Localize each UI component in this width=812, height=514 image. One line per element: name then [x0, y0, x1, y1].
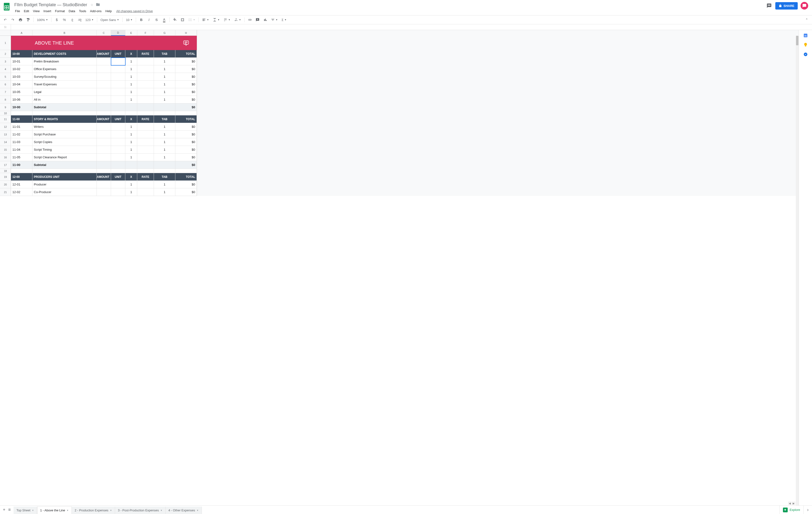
- cell[interactable]: TOTAL: [175, 115, 197, 123]
- user-avatar[interactable]: [801, 2, 808, 9]
- cell[interactable]: 10-00: [11, 50, 32, 58]
- cell[interactable]: $0: [175, 123, 197, 131]
- cell[interactable]: 1: [125, 181, 137, 188]
- cell[interactable]: 1: [154, 65, 175, 73]
- row-header[interactable]: 21: [0, 188, 11, 196]
- sheets-logo[interactable]: [2, 2, 11, 11]
- cell[interactable]: RATE: [137, 50, 154, 58]
- row-header[interactable]: 1: [0, 36, 11, 50]
- row-header[interactable]: 8: [0, 96, 11, 104]
- cell[interactable]: 10-04: [11, 81, 32, 88]
- comments-icon[interactable]: [766, 2, 773, 9]
- print-icon[interactable]: [17, 17, 24, 23]
- cell[interactable]: Survey/Scouting: [32, 73, 97, 81]
- cell[interactable]: $0: [175, 154, 197, 161]
- menu-help[interactable]: Help: [104, 8, 113, 14]
- cell[interactable]: DEVELOPMENT COSTS: [32, 50, 97, 58]
- cell[interactable]: 1: [154, 88, 175, 96]
- cell[interactable]: 10-03: [11, 73, 32, 81]
- cell[interactable]: 12-01: [11, 181, 32, 188]
- cell-comment-icon[interactable]: [175, 36, 197, 50]
- zoom-dropdown[interactable]: 100%▼: [35, 17, 49, 23]
- cell[interactable]: [111, 146, 125, 154]
- cell[interactable]: [111, 81, 125, 88]
- cell[interactable]: 11-05: [11, 154, 32, 161]
- row-header[interactable]: 12: [0, 123, 11, 131]
- cell[interactable]: [125, 36, 137, 50]
- menu-tools[interactable]: Tools: [77, 8, 88, 14]
- cell[interactable]: [137, 111, 154, 115]
- cell[interactable]: 1: [125, 138, 137, 146]
- cell[interactable]: [11, 36, 32, 50]
- redo-icon[interactable]: ↷: [9, 17, 16, 23]
- cell[interactable]: All in: [32, 96, 97, 104]
- cell[interactable]: [111, 36, 125, 50]
- cell[interactable]: [111, 123, 125, 131]
- cell[interactable]: Travel Expenses: [32, 81, 97, 88]
- cell[interactable]: [97, 36, 111, 50]
- cell[interactable]: 10-05: [11, 88, 32, 96]
- cell[interactable]: Subtotal: [32, 161, 97, 169]
- cell[interactable]: Writers: [32, 123, 97, 131]
- cell[interactable]: Office Expenses: [32, 65, 97, 73]
- cell[interactable]: $0: [175, 188, 197, 196]
- cell[interactable]: Script Purchase: [32, 131, 97, 138]
- cell[interactable]: Subtotal: [32, 104, 97, 111]
- cell[interactable]: 11-00: [11, 115, 32, 123]
- cell[interactable]: [97, 146, 111, 154]
- cell[interactable]: X: [125, 50, 137, 58]
- expand-side-panel-icon[interactable]: ›: [804, 506, 812, 514]
- cell[interactable]: [111, 88, 125, 96]
- column-header-c[interactable]: C: [97, 30, 111, 36]
- cell[interactable]: [137, 73, 154, 81]
- insert-link-icon[interactable]: [246, 17, 253, 23]
- cell[interactable]: 1: [125, 81, 137, 88]
- cell[interactable]: [11, 111, 32, 115]
- cell[interactable]: Script Timing: [32, 146, 97, 154]
- cell[interactable]: UNIT: [111, 173, 125, 181]
- cell[interactable]: PRODUCERS UNIT: [32, 173, 97, 181]
- cell[interactable]: TOTAL: [175, 173, 197, 181]
- cell[interactable]: [137, 96, 154, 104]
- cell[interactable]: [97, 73, 111, 81]
- cell[interactable]: [137, 131, 154, 138]
- cell[interactable]: [111, 154, 125, 161]
- cell[interactable]: $0: [175, 104, 197, 111]
- row-header[interactable]: 4: [0, 65, 11, 73]
- cell[interactable]: 1: [154, 81, 175, 88]
- cell[interactable]: $0: [175, 181, 197, 188]
- explore-button[interactable]: ✦Explore: [779, 506, 804, 514]
- cell[interactable]: [97, 81, 111, 88]
- column-header-b[interactable]: B: [32, 30, 97, 36]
- cell[interactable]: 11-02: [11, 131, 32, 138]
- cell[interactable]: 1: [154, 123, 175, 131]
- cell[interactable]: [125, 104, 137, 111]
- cell[interactable]: STORY & RIGHTS: [32, 115, 97, 123]
- menu-insert[interactable]: Insert: [42, 8, 53, 14]
- cell[interactable]: TAB: [154, 173, 175, 181]
- cell[interactable]: [97, 161, 111, 169]
- sheet-tab-production[interactable]: 2 - Production Expenses▼: [72, 507, 115, 514]
- document-title[interactable]: FIlm Budget Template — StudioBinder: [13, 2, 88, 8]
- sheet-tab-above-line[interactable]: 1 - Above the Line▼: [37, 506, 72, 514]
- collapse-toolbar-icon[interactable]: ⌃: [804, 17, 810, 23]
- row-header[interactable]: 7: [0, 88, 11, 96]
- cell[interactable]: [175, 169, 197, 173]
- column-header-g[interactable]: G: [154, 30, 175, 36]
- share-button[interactable]: SHARE: [775, 2, 798, 9]
- cell[interactable]: [111, 58, 125, 65]
- cell[interactable]: [111, 169, 125, 173]
- menu-edit[interactable]: Edit: [22, 8, 31, 14]
- cell[interactable]: 11-04: [11, 146, 32, 154]
- cell[interactable]: 1: [125, 123, 137, 131]
- cell[interactable]: 10-06: [11, 96, 32, 104]
- cell[interactable]: 10-00: [11, 104, 32, 111]
- cell[interactable]: 12-00: [11, 173, 32, 181]
- cell[interactable]: [137, 154, 154, 161]
- row-header[interactable]: 9: [0, 104, 11, 111]
- cell[interactable]: UNIT: [111, 115, 125, 123]
- cell[interactable]: [125, 111, 137, 115]
- row-header[interactable]: 17: [0, 161, 11, 169]
- menu-format[interactable]: Format: [53, 8, 66, 14]
- decrease-decimal-icon[interactable]: .0̲: [68, 17, 75, 23]
